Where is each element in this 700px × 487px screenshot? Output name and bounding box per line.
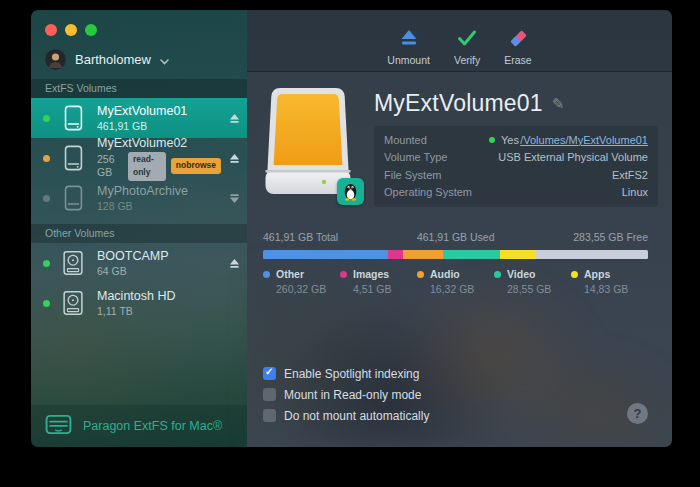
option-no-auto-mount[interactable]: Do not mount automatically [263,405,429,426]
status-dot [43,195,50,202]
sidebar: Bartholomew ExtFS Volumes MyExtVolume01 … [31,10,247,447]
check-icon [456,29,478,51]
info-row-volume-type: Volume Type USB External Physical Volume [384,149,648,167]
legend-dot [340,271,347,278]
free-label: 283,55 GB Free [573,231,648,243]
brand-label: Paragon ExtFS for Mac® [83,419,222,433]
legend-dot [263,271,270,278]
section-header-extfs-volumes: ExtFS Volumes [31,79,247,98]
legend-audio: Audio 16,32 GB [417,268,494,295]
checkbox[interactable] [263,367,276,380]
volume-artwork [262,86,358,207]
verify-button[interactable]: Verify [454,29,480,66]
volume-name: MyExtVolume02 [97,136,221,151]
option-spotlight-indexing[interactable]: Enable Spotlight indexing [263,363,429,384]
eject-button[interactable] [221,258,247,269]
read-only-badge: read-only [128,152,166,181]
mount-options: Enable Spotlight indexing Mount in Read-… [263,363,429,426]
segment-video [443,250,500,259]
mount-path-link[interactable]: /Volumes/MyExtVolume01 [520,134,648,146]
volume-size: 256 GB [97,153,123,179]
volume-size: 64 GB [97,265,127,278]
sidebar-item-myphotoarchive[interactable]: MyPhotoArchive 128 GB [31,178,247,218]
mounted-status-dot [489,137,495,143]
info-row-mounted: Mounted Yes /Volumes/MyExtVolume01 [384,131,648,149]
close-button[interactable] [45,24,57,36]
usage-section: 461,91 GB Total 461,91 GB Used 283,55 GB… [247,231,672,295]
status-dot [43,300,50,307]
rename-pencil-icon[interactable]: ✎ [552,95,565,113]
main-panel: Unmount Verify Erase [247,10,672,447]
sidebar-item-myextvolume02[interactable]: MyExtVolume02 256 GB read-only nobrowse [31,138,247,178]
volume-title: MyExtVolume01 [374,90,543,117]
chevron-down-icon [160,51,169,69]
legend-dot [571,271,578,278]
app-brand: Paragon ExtFS for Mac® [31,405,247,447]
unmount-button[interactable]: Unmount [387,29,430,66]
volume-name: MyExtVolume01 [97,104,221,119]
erase-button[interactable]: Erase [504,29,531,66]
eject-button[interactable] [221,153,247,164]
segment-free [536,250,648,259]
checkbox[interactable] [263,388,276,401]
toolbar: Unmount Verify Erase [247,10,672,72]
volume-info-panel: Mounted Yes /Volumes/MyExtVolume01 Volum… [374,126,658,207]
usage-legend: Other 260,32 GB Images 4,51 GB Audio 16,… [263,268,648,295]
status-dot [43,260,50,267]
linux-tux-badge [337,178,364,205]
eject-button[interactable] [221,113,247,124]
checkbox[interactable] [263,409,276,422]
other-volume-list: BOOTCAMP 64 GB Macintosh HD 1,11 TB [31,243,247,323]
volume-size: 1,11 TB [97,305,133,318]
total-label: 461,91 GB Total [263,231,338,243]
avatar [45,49,66,70]
internal-drive-icon [59,248,89,278]
legend-other: Other 260,32 GB [263,268,340,295]
segment-apps [500,250,535,259]
external-drive-icon [59,103,89,133]
sidebar-item-myextvolume01[interactable]: MyExtVolume01 461,91 GB [31,98,247,138]
info-row-operating-system: Operating System Linux [384,184,648,202]
external-drive-icon [59,183,89,213]
nobrowse-badge: nobrowse [171,158,221,174]
zoom-button[interactable] [85,24,97,36]
window-controls [31,10,247,36]
sidebar-item-bootcamp[interactable]: BOOTCAMP 64 GB [31,243,247,283]
detail-content: MyExtVolume01 ✎ Mounted Yes /Volumes/MyE… [247,72,672,447]
legend-apps: Apps 14,83 GB [571,268,648,295]
app-window: Bartholomew ExtFS Volumes MyExtVolume01 … [31,10,672,447]
paragon-drive-icon [45,414,72,439]
sidebar-item-macintosh-hd[interactable]: Macintosh HD 1,11 TB [31,283,247,323]
account-menu[interactable]: Bartholomew [31,36,247,70]
legend-dot [417,271,424,278]
usage-bar [263,250,648,259]
volume-name: BOOTCAMP [97,249,221,264]
segment-images [388,250,403,259]
segment-other [263,250,388,259]
used-label: 461,91 GB Used [417,231,495,243]
volume-size: 461,91 GB [97,120,147,133]
segment-audio [403,250,443,259]
info-row-file-system: File System ExtFS2 [384,166,648,184]
status-dot [43,155,50,162]
external-drive-icon [59,143,89,173]
legend-images: Images 4,51 GB [340,268,417,295]
help-button[interactable]: ? [627,403,648,424]
volume-size: 128 GB [97,200,133,213]
volume-name: MyPhotoArchive [97,184,221,199]
minimize-button[interactable] [65,24,77,36]
legend-dot [494,271,501,278]
legend-video: Video 28,55 GB [494,268,571,295]
volume-name: Macintosh HD [97,289,221,304]
extfs-volume-list: MyExtVolume01 461,91 GB MyExtVolume02 25… [31,98,247,218]
user-name: Bartholomew [75,52,151,67]
status-dot [43,115,50,122]
eraser-icon [508,29,528,51]
internal-drive-icon [59,288,89,318]
eject-icon [399,29,419,51]
mount-button[interactable] [221,193,247,204]
section-header-other-volumes: Other Volumes [31,224,247,243]
option-read-only-mode[interactable]: Mount in Read-only mode [263,384,429,405]
